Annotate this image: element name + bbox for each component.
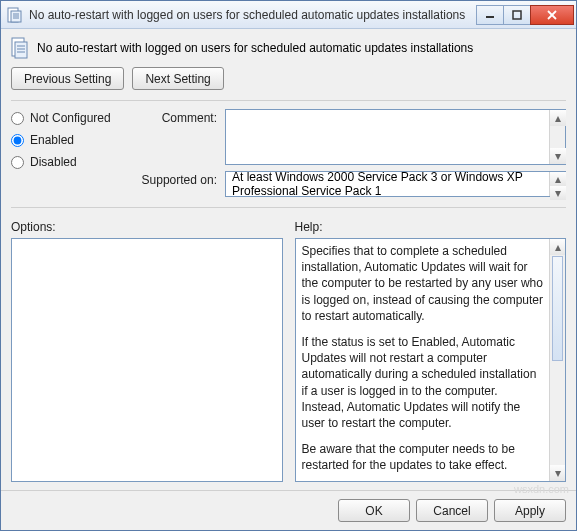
radio-disabled-input[interactable]: [11, 156, 24, 169]
help-p3: Be aware that the computer needs to be r…: [302, 441, 544, 473]
scroll-track[interactable]: [550, 362, 565, 465]
options-label: Options:: [11, 220, 283, 234]
window-title: No auto-restart with logged on users for…: [29, 8, 477, 22]
scroll-thumb[interactable]: [552, 256, 563, 361]
dialog-window: No auto-restart with logged on users for…: [0, 0, 577, 531]
supported-field: At least Windows 2000 Service Pack 3 or …: [225, 171, 566, 197]
comment-field[interactable]: ▴ ▾: [225, 109, 566, 165]
supported-label: Supported on:: [137, 171, 217, 197]
supported-value: At least Windows 2000 Service Pack 3 or …: [232, 170, 559, 198]
radio-disabled-label: Disabled: [30, 155, 77, 169]
help-box: Specifies that to complete a scheduled i…: [295, 238, 567, 482]
radio-not-configured-input[interactable]: [11, 112, 24, 125]
radio-enabled-input[interactable]: [11, 134, 24, 147]
dialog-body: No auto-restart with logged on users for…: [1, 29, 576, 490]
scroll-up-icon[interactable]: ▴: [550, 239, 566, 255]
options-pane: Options:: [11, 220, 283, 482]
lower-section: Options: Help: Specifies that to complet…: [11, 220, 566, 482]
help-text: Specifies that to complete a scheduled i…: [302, 243, 544, 477]
policy-header-icon: [11, 37, 29, 59]
policy-icon: [7, 7, 23, 23]
radio-not-configured[interactable]: Not Configured: [11, 111, 121, 125]
separator: [11, 100, 566, 101]
minimize-icon: [485, 10, 495, 20]
radio-disabled[interactable]: Disabled: [11, 155, 121, 169]
radio-enabled[interactable]: Enabled: [11, 133, 121, 147]
maximize-button[interactable]: [503, 5, 531, 25]
comment-scrollbar[interactable]: ▴ ▾: [549, 110, 565, 164]
dialog-footer: OK Cancel Apply: [1, 490, 576, 530]
apply-button[interactable]: Apply: [494, 499, 566, 522]
help-pane: Help: Specifies that to complete a sched…: [295, 220, 567, 482]
right-column: Comment: ▴ ▾ Supported on: At least Wind…: [137, 109, 566, 197]
close-button[interactable]: [530, 5, 574, 25]
separator: [11, 207, 566, 208]
scroll-thumb[interactable]: [552, 126, 563, 148]
cancel-button[interactable]: Cancel: [416, 499, 488, 522]
scroll-up-icon[interactable]: ▴: [550, 110, 566, 126]
comment-row: Comment: ▴ ▾: [137, 109, 566, 165]
supported-row: Supported on: At least Windows 2000 Serv…: [137, 171, 566, 197]
minimize-button[interactable]: [476, 5, 504, 25]
help-scrollbar[interactable]: ▴ ▾: [549, 239, 565, 481]
radio-enabled-label: Enabled: [30, 133, 74, 147]
comment-label: Comment:: [137, 109, 217, 165]
ok-button[interactable]: OK: [338, 499, 410, 522]
state-radios: Not Configured Enabled Disabled: [11, 109, 121, 197]
nav-buttons: Previous Setting Next Setting: [11, 67, 566, 90]
policy-header: No auto-restart with logged on users for…: [11, 37, 566, 59]
window-controls: [477, 5, 574, 25]
previous-setting-button[interactable]: Previous Setting: [11, 67, 124, 90]
policy-title: No auto-restart with logged on users for…: [37, 41, 473, 55]
svg-rect-10: [15, 42, 27, 58]
close-icon: [547, 10, 557, 20]
svg-rect-6: [513, 11, 521, 19]
scroll-down-icon[interactable]: ▾: [550, 186, 566, 200]
help-p2: If the status is set to Enabled, Automat…: [302, 334, 544, 431]
radio-not-configured-label: Not Configured: [30, 111, 111, 125]
title-bar: No auto-restart with logged on users for…: [1, 1, 576, 29]
scroll-up-icon[interactable]: ▴: [550, 172, 566, 186]
next-setting-button[interactable]: Next Setting: [132, 67, 223, 90]
options-box: [11, 238, 283, 482]
upper-section: Not Configured Enabled Disabled Comment:…: [11, 109, 566, 197]
supported-scrollbar[interactable]: ▴ ▾: [549, 172, 565, 196]
help-label: Help:: [295, 220, 567, 234]
help-p1: Specifies that to complete a scheduled i…: [302, 243, 544, 324]
maximize-icon: [512, 10, 522, 20]
scroll-down-icon[interactable]: ▾: [550, 465, 566, 481]
scroll-down-icon[interactable]: ▾: [550, 148, 566, 164]
